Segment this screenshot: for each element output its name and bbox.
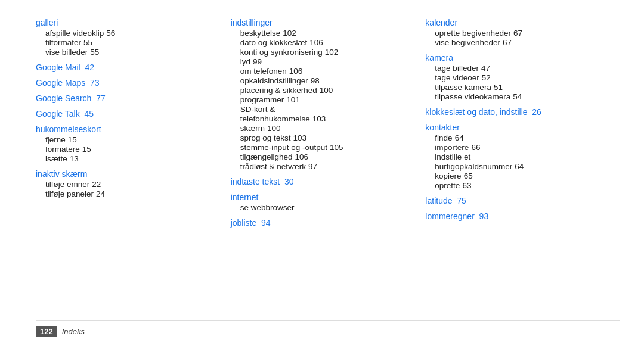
sub-item-1-0-14: trådløst & netværk97 xyxy=(231,162,414,171)
sub-item-1-0-4: om telefonen106 xyxy=(231,67,414,76)
sub-item-label: trådløst & netværk xyxy=(240,162,306,171)
sub-item-label: tilgængelighed xyxy=(240,152,293,161)
sub-item-num: 101 xyxy=(286,95,300,104)
sub-item-num: 66 xyxy=(471,143,480,152)
sub-item-num: 102 xyxy=(325,48,339,57)
sub-item-label: fjerne xyxy=(45,135,66,144)
sub-item-label: importere xyxy=(435,143,469,152)
heading-1-1: indtaste tekst 30 xyxy=(231,177,414,186)
sub-item-num: 47 xyxy=(481,64,490,73)
sub-item-num: 15 xyxy=(68,135,77,144)
sub-item-1-0-11: sprog og tekst103 xyxy=(231,133,414,142)
sub-item-label: formatere xyxy=(45,145,80,154)
sub-item-num: 55 xyxy=(83,38,92,47)
heading-2-2: klokkeslæt og dato, indstille 26 xyxy=(425,107,608,117)
sub-item-1-0-8: SD-kort & xyxy=(231,105,414,114)
sub-item-label: tage billeder xyxy=(435,64,479,73)
sub-item-num: 105 xyxy=(330,143,343,152)
sub-item-num: 103 xyxy=(312,114,326,123)
heading-1-0: indstillinger xyxy=(231,18,414,27)
sub-item-1-0-2: konti og synkronisering102 xyxy=(231,48,414,57)
sub-item-0-0-0: afspille videoklip56 xyxy=(36,29,219,38)
heading-2-1: kamera xyxy=(425,53,608,63)
sub-item-num: 106 xyxy=(309,38,323,47)
sub-item-0-5-0: fjerne15 xyxy=(36,135,219,144)
sub-item-2-1-3: tilpasse videokamera54 xyxy=(425,92,608,101)
sub-item-num: 55 xyxy=(90,48,99,57)
sub-item-num: 22 xyxy=(92,180,101,189)
sub-item-2-3-1: importere66 xyxy=(425,143,608,152)
sub-item-label: filformater xyxy=(45,38,81,47)
sub-item-label: opkaldsindstillinger xyxy=(240,76,308,85)
sub-item-num: 54 xyxy=(513,92,522,101)
sub-item-num: 65 xyxy=(464,172,473,180)
sub-item-1-0-13: tilgængelighed106 xyxy=(231,152,414,161)
sub-item-label: kopiere xyxy=(435,172,461,180)
sub-item-1-0-0: beskyttelse102 xyxy=(231,29,414,38)
sub-item-2-1-2: tilpasse kamera51 xyxy=(425,83,608,92)
sub-item-1-0-1: dato og klokkeslæt106 xyxy=(231,38,414,47)
column-2: kalenderoprette begivenheder67vise begiv… xyxy=(425,18,620,314)
index-columns: galleriafspille videoklip56filformater55… xyxy=(36,18,620,314)
sub-item-0-6-1: tilføje paneler24 xyxy=(36,189,219,198)
sub-item-label: stemme-input og -output xyxy=(240,143,327,152)
sub-item-num: 64 xyxy=(515,162,524,171)
sub-item-2-3-3: hurtigopkaldsnummer64 xyxy=(425,162,608,171)
footer-label: Indeks xyxy=(62,327,85,336)
sub-item-2-0-1: vise begivenheder67 xyxy=(425,38,608,47)
sub-item-num: 13 xyxy=(70,154,79,163)
sub-item-0-5-1: formatere15 xyxy=(36,145,219,154)
heading-0-3: Google Search 77 xyxy=(36,94,219,103)
sub-item-label: programmer xyxy=(240,95,284,104)
sub-item-label: hurtigopkaldsnummer xyxy=(435,162,512,171)
sub-item-label: tilpasse videokamera xyxy=(435,92,510,101)
sub-item-2-0-0: oprette begivenheder67 xyxy=(425,29,608,38)
sub-item-label: tilføje paneler xyxy=(45,189,94,198)
heading-1-2: internet xyxy=(231,192,414,202)
sub-item-label: sprog og tekst xyxy=(240,133,291,142)
sub-item-label: placering & sikkerhed xyxy=(240,86,317,95)
heading-0-4: Google Talk 45 xyxy=(36,109,219,119)
sub-item-2-1-0: tage billeder47 xyxy=(425,64,608,73)
sub-item-num: 67 xyxy=(513,29,522,38)
sub-item-num: 98 xyxy=(311,76,320,85)
sub-item-num: 100 xyxy=(267,124,281,133)
sub-item-2-3-5: oprette63 xyxy=(425,181,608,190)
sub-item-label: telefonhukommelse xyxy=(240,114,310,123)
sub-item-2-1-1: tage videoer52 xyxy=(425,73,608,82)
heading-0-2: Google Maps 73 xyxy=(36,78,219,88)
page: galleriafspille videoklip56filformater55… xyxy=(0,0,644,349)
sub-item-label: tilpasse kamera xyxy=(435,83,491,92)
heading-2-0: kalender xyxy=(425,18,608,27)
heading-2-5: lommeregner 93 xyxy=(425,211,608,221)
sub-item-num: 67 xyxy=(503,38,512,47)
sub-item-1-0-7: programmer101 xyxy=(231,95,414,104)
sub-item-label: beskyttelse xyxy=(240,29,281,38)
heading-0-0: galleri xyxy=(36,18,219,27)
sub-item-num: 100 xyxy=(320,86,333,95)
sub-item-label: vise billeder xyxy=(45,48,88,57)
sub-item-1-0-12: stemme-input og -output105 xyxy=(231,143,414,152)
sub-item-num: 106 xyxy=(295,152,309,161)
sub-item-1-0-9: telefonhukommelse103 xyxy=(231,114,414,123)
sub-item-2-3-0: finde64 xyxy=(425,133,608,142)
sub-item-label: tage videoer xyxy=(435,73,479,82)
sub-item-num: 106 xyxy=(289,67,303,76)
sub-item-num: 52 xyxy=(482,73,491,82)
footer: 122 Indeks xyxy=(36,320,620,337)
sub-item-num: 15 xyxy=(82,145,91,154)
heading-0-6: inaktiv skærm xyxy=(36,169,219,179)
sub-item-label: vise begivenheder xyxy=(435,38,500,47)
sub-item-0-6-0: tilføje emner22 xyxy=(36,180,219,189)
sub-item-num: 64 xyxy=(455,133,464,142)
footer-page-number: 122 xyxy=(36,326,57,337)
sub-item-num: 51 xyxy=(494,83,503,92)
heading-2-3: kontakter xyxy=(425,123,608,132)
sub-item-0-0-1: filformater55 xyxy=(36,38,219,47)
sub-item-num: 63 xyxy=(462,181,471,190)
heading-2-4: latitude 75 xyxy=(425,196,608,205)
sub-item-label: om telefonen xyxy=(240,67,287,76)
sub-item-label: lyd xyxy=(240,57,250,66)
sub-item-label: se webbrowser xyxy=(240,203,295,212)
sub-item-label: dato og klokkeslæt xyxy=(240,38,308,47)
